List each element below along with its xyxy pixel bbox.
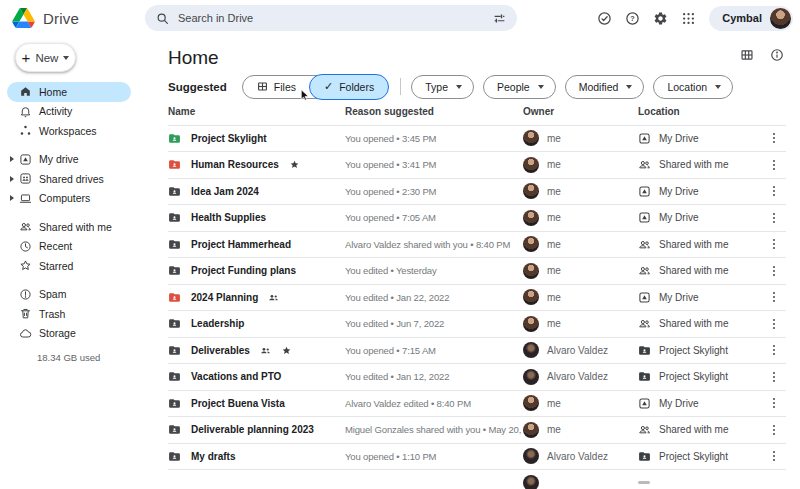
sidebar-item-label: Starred xyxy=(39,260,73,272)
table-row-leadership[interactable]: LeadershipYou edited • Jun 7, 2022meShar… xyxy=(168,311,786,338)
sidebar-item-workspaces[interactable]: Workspaces xyxy=(7,121,131,141)
location-cell[interactable]: Shared with me xyxy=(638,264,762,277)
more-options-icon[interactable] xyxy=(767,449,781,463)
owner-name: me xyxy=(547,239,561,250)
new-button[interactable]: + New xyxy=(15,43,76,72)
sidebar-item-storage[interactable]: Storage xyxy=(7,324,131,344)
table-row-2024-planning[interactable]: 2024 PlanningYou edited • Jan 22, 2022me… xyxy=(168,285,786,312)
sidebar-item-shared-with-me[interactable]: Shared with me xyxy=(7,217,131,237)
folder-location-icon xyxy=(638,370,651,383)
sidebar-item-label: Computers xyxy=(39,192,90,204)
filter-chip-people[interactable]: People xyxy=(483,75,556,99)
more-options-icon[interactable] xyxy=(767,131,781,145)
file-name: My drafts xyxy=(191,451,235,462)
sidebar-item-starred[interactable]: Starred xyxy=(7,256,131,276)
table-row-my-drafts[interactable]: My draftsYou opened • 1:10 PMAlvaro Vald… xyxy=(168,444,786,471)
owner-avatar xyxy=(523,130,539,146)
location-cell[interactable]: Shared with me xyxy=(638,317,762,330)
location-cell[interactable]: Shared with me xyxy=(638,158,762,171)
more-options-icon[interactable] xyxy=(767,158,781,172)
sidebar-item-home[interactable]: Home xyxy=(7,82,131,102)
table-row-idea-jam-2024[interactable]: Idea Jam 2024You opened • 2:30 PMmeMy Dr… xyxy=(168,179,786,206)
file-name: Health Supplies xyxy=(191,212,266,223)
more-options-icon[interactable] xyxy=(767,211,781,225)
table-row-vacations-and-pto[interactable]: Vacations and PTOYou edited • Jan 12, 20… xyxy=(168,364,786,391)
grid-view-icon[interactable] xyxy=(740,48,754,62)
chevron-down-icon xyxy=(715,85,721,89)
more-options-icon[interactable] xyxy=(767,184,781,198)
filter-chip-type[interactable]: Type xyxy=(411,75,474,99)
help-icon[interactable]: ? xyxy=(625,11,640,26)
location-label: My Drive xyxy=(659,186,698,197)
location-cell[interactable]: Project Skylight xyxy=(638,450,762,463)
table-row-deliverables[interactable]: DeliverablesYou opened • 7:15 AMAlvaro V… xyxy=(168,338,786,365)
location-cell[interactable]: My Drive xyxy=(638,291,762,304)
offline-status-icon[interactable] xyxy=(597,11,612,26)
owner-name: Alvaro Valdez xyxy=(547,371,608,382)
reason-cell: You edited • Jan 22, 2022 xyxy=(345,292,523,303)
more-options-icon[interactable] xyxy=(767,396,781,410)
expand-arrow-icon[interactable] xyxy=(10,195,19,201)
filter-bar: Suggested Files ✓ Folders TypePeopleModi… xyxy=(168,74,800,99)
sidebar-item-computers[interactable]: Computers xyxy=(7,189,131,209)
drive-location-icon xyxy=(638,397,651,410)
sidebar-item-trash[interactable]: Trash xyxy=(7,304,131,324)
more-options-icon[interactable] xyxy=(767,264,781,278)
table-row-deliverable-planning-2023[interactable]: Deliverable planning 2023Miguel Gonzales… xyxy=(168,417,786,444)
expand-arrow-icon[interactable] xyxy=(10,176,19,182)
sidebar-item-shared-drives[interactable]: Shared drives xyxy=(7,169,131,189)
location-cell[interactable]: Project Skylight xyxy=(638,370,762,383)
more-options-icon[interactable] xyxy=(767,370,781,384)
files-toggle-button[interactable]: Files xyxy=(243,76,309,98)
location-cell[interactable]: My Drive xyxy=(638,397,762,410)
location-cell[interactable]: My Drive xyxy=(638,185,762,198)
filter-chip-modified[interactable]: Modified xyxy=(565,75,645,99)
more-options-icon[interactable] xyxy=(767,237,781,251)
more-options-icon[interactable] xyxy=(767,343,781,357)
expand-arrow-icon[interactable] xyxy=(10,156,19,162)
suggested-label: Suggested xyxy=(168,81,227,93)
advanced-search-icon[interactable] xyxy=(493,12,506,25)
account-avatar[interactable] xyxy=(770,8,791,29)
sidebar-item-recent[interactable]: Recent xyxy=(7,237,131,257)
more-cell xyxy=(762,211,786,225)
table-row-project-skylight[interactable]: Project SkylightYou opened • 3:45 PMmeMy… xyxy=(168,126,786,153)
folders-toggle-button[interactable]: ✓ Folders xyxy=(309,74,389,100)
file-name: Idea Jam 2024 xyxy=(191,186,259,197)
location-cell[interactable]: Project Skylight xyxy=(638,344,762,357)
sidebar-item-activity[interactable]: Activity xyxy=(7,102,131,122)
table-row-health-supplies[interactable]: Health SuppliesYou opened • 7:05 AMmeMy … xyxy=(168,205,786,232)
more-options-icon[interactable] xyxy=(767,317,781,331)
search-bar[interactable] xyxy=(145,5,517,31)
location-cell[interactable]: Shared with me xyxy=(638,238,762,251)
sidebar-item-spam[interactable]: Spam xyxy=(7,285,131,305)
sidebar-item-my-drive[interactable]: My drive xyxy=(7,150,131,170)
account-pill[interactable]: Cymbal xyxy=(709,6,793,31)
table-row-project-funding-plans[interactable]: Project Funding plansYou edited • Yester… xyxy=(168,258,786,285)
more-options-icon[interactable] xyxy=(767,423,781,437)
location-cell[interactable]: My Drive xyxy=(638,211,762,224)
location-cell[interactable] xyxy=(638,481,762,484)
location-label: My Drive xyxy=(659,398,698,409)
table-row-project-buena-vista[interactable]: Project Buena VistaAlvaro Valdez edited … xyxy=(168,391,786,418)
apps-grid-icon[interactable] xyxy=(681,11,696,26)
location-cell[interactable]: My Drive xyxy=(638,132,762,145)
reason-cell: You opened • 2:30 PM xyxy=(345,186,523,197)
table-row-human-resources[interactable]: Human ResourcesYou opened • 3:41 PMmeSha… xyxy=(168,152,786,179)
location-label: My Drive xyxy=(659,212,698,223)
search-input[interactable] xyxy=(178,12,484,24)
drive-logo[interactable]: Drive xyxy=(12,0,79,36)
settings-gear-icon[interactable] xyxy=(653,11,668,26)
more-cell xyxy=(762,449,786,463)
search-icon[interactable] xyxy=(156,12,169,25)
sidebar-item-label: Trash xyxy=(39,308,65,320)
file-name: Project Skylight xyxy=(191,133,267,144)
info-icon[interactable] xyxy=(770,48,784,62)
table-row-project-hammerhead[interactable]: Project HammerheadAlvaro Valdez shared w… xyxy=(168,232,786,259)
location-cell[interactable]: Shared with me xyxy=(638,423,762,436)
owner-avatar xyxy=(523,236,539,252)
table-row-partial xyxy=(168,470,786,489)
shared-icon xyxy=(260,345,271,356)
filter-chip-location[interactable]: Location xyxy=(653,75,733,99)
more-options-icon[interactable] xyxy=(767,290,781,304)
